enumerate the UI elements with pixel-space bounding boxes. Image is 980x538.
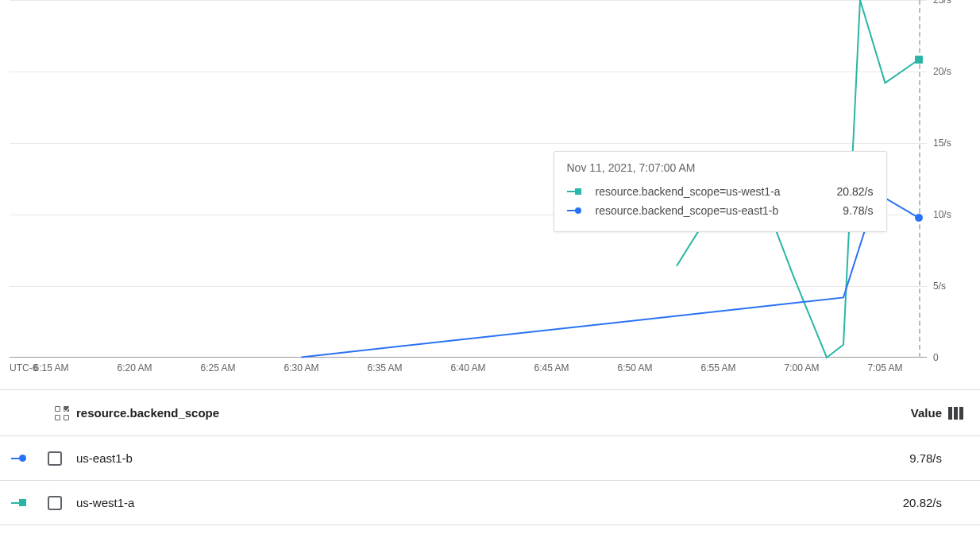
legend-row[interactable]: us-east1-b 9.78/s	[0, 436, 980, 481]
hover-point-marker	[915, 56, 923, 64]
tooltip-series-label: resource.backend_scope=us-west1-a	[596, 185, 813, 198]
hover-point-marker	[915, 214, 923, 222]
hover-tooltip: Nov 11, 2021, 7:07:00 AM resource.backen…	[554, 151, 887, 232]
legend-row[interactable]: us-west1-a 20.82/s	[0, 481, 980, 525]
x-axis-tick-label: 6:40 AM	[450, 362, 485, 374]
series-visibility-checkbox[interactable]	[48, 496, 62, 510]
y-axis-tick-label: 10/s	[933, 209, 951, 220]
x-axis-tick-label: 6:55 AM	[700, 362, 735, 374]
x-axis-tick-label: 6:15 AM	[33, 362, 68, 374]
series-swatch-icon	[567, 188, 588, 195]
x-axis-tick-label: 6:45 AM	[534, 362, 569, 374]
legend-header-row: resource.backend_scope Value	[0, 390, 980, 436]
y-axis-tick-label: 20/s	[933, 66, 951, 77]
x-axis-tick-label: 7:00 AM	[784, 362, 819, 374]
tooltip-timestamp: Nov 11, 2021, 7:07:00 AM	[567, 161, 874, 174]
x-axis-tick-label: 7:05 AM	[867, 362, 902, 374]
chart-area[interactable]: Nov 11, 2021, 7:07:00 AM resource.backen…	[0, 0, 980, 389]
tooltip-series-value: 9.78/s	[843, 204, 873, 217]
x-axis-tick-label: 6:35 AM	[367, 362, 402, 374]
x-axis-tick-label: 6:30 AM	[284, 362, 318, 374]
legend-header-label[interactable]: resource.backend_scope	[76, 406, 839, 420]
legend-series-value: 9.78/s	[839, 451, 942, 465]
series-swatch-icon	[567, 207, 588, 214]
group-by-icon[interactable]	[55, 406, 69, 420]
series-swatch-icon	[11, 455, 26, 462]
y-axis-tick-label: 15/s	[933, 137, 951, 149]
legend-header-value[interactable]: Value	[839, 406, 942, 420]
legend-series-label: us-east1-b	[76, 451, 839, 465]
legend-table: resource.backend_scope Value us-east1-b …	[0, 389, 980, 525]
tooltip-series-label: resource.backend_scope=us-east1-b	[596, 204, 820, 217]
y-axis-tick-label: 0	[933, 352, 939, 363]
x-axis-tick-label: 6:50 AM	[617, 362, 652, 374]
x-axis-tick-label: 6:20 AM	[117, 362, 152, 374]
tooltip-series-value: 20.82/s	[837, 185, 874, 198]
series-swatch-icon	[11, 499, 26, 506]
y-axis-tick-label: 25/s	[933, 0, 951, 6]
legend-series-value: 20.82/s	[839, 496, 942, 509]
y-axis-tick-label: 5/s	[933, 281, 946, 292]
plot-area[interactable]: Nov 11, 2021, 7:07:00 AM resource.backen…	[10, 0, 927, 358]
hover-cursor-line	[919, 0, 920, 358]
tooltip-row: resource.backend_scope=us-west1-a 20.82/…	[567, 182, 874, 201]
columns-icon[interactable]	[948, 407, 963, 420]
series-visibility-checkbox[interactable]	[48, 451, 62, 466]
tooltip-row: resource.backend_scope=us-east1-b 9.78/s	[567, 201, 874, 220]
legend-series-label: us-west1-a	[76, 496, 839, 509]
x-axis-tick-label: 6:25 AM	[200, 362, 235, 374]
